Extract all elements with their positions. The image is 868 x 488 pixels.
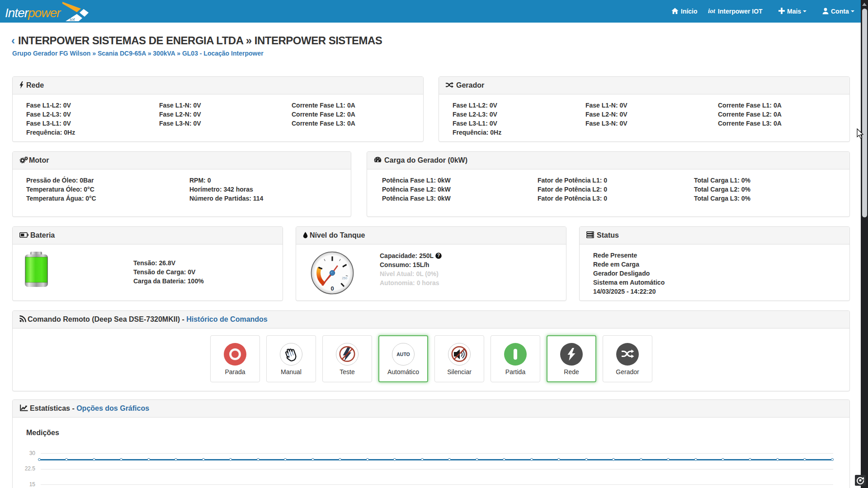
svg-text:AUTO: AUTO <box>396 352 410 357</box>
svg-text:0: 0 <box>330 285 334 292</box>
svg-text:?: ? <box>437 253 440 258</box>
svg-text:250: 250 <box>342 277 347 280</box>
svg-text:iot: iot <box>70 16 75 22</box>
